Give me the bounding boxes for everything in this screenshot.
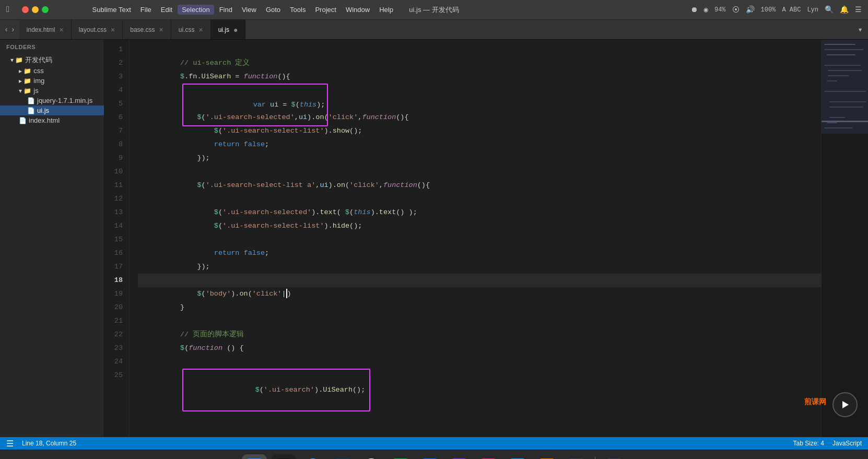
file-icon: 📄 — [19, 117, 27, 124]
dock-finder[interactable]: 🗂 — [242, 454, 267, 459]
tab-close-button[interactable]: × — [111, 26, 115, 34]
dock-trash[interactable]: 🗑 — [602, 454, 627, 459]
file-label: index.html — [29, 116, 60, 124]
dock-app10[interactable]: 🌊 — [505, 454, 530, 459]
tabbar: ‹ › index.html × layout.css × base.css ×… — [0, 20, 868, 40]
code-token: '.ui-search' — [264, 386, 314, 394]
code-line-4 — [138, 84, 821, 97]
menu-project[interactable]: Project — [311, 5, 340, 15]
tab-close-button[interactable]: × — [198, 26, 203, 34]
code-line-21: // 页面的脚本逻辑 — [138, 314, 821, 328]
code-line-24: $('.ui-search').UiSearh(); — [138, 355, 821, 369]
notification-icon: 🔔 — [840, 5, 849, 14]
tab-index-html[interactable]: index.html × — [19, 20, 72, 39]
dock-app6[interactable]: 🟢 — [388, 454, 413, 459]
wifi-icon: ⦿ — [732, 6, 740, 14]
menu-find[interactable]: Find — [215, 5, 237, 15]
line-num: 4 — [104, 84, 123, 97]
dock-chrome[interactable]: 🌐 — [359, 454, 384, 459]
folder-collapsed-icon: ▸ 📁 — [19, 67, 31, 75]
folder-expanded-icon: ▾ 📁 — [10, 56, 23, 64]
play-button[interactable] — [832, 392, 858, 417]
statusbar-right: Tab Size: 4 JavaScript — [793, 440, 862, 447]
statusbar-position[interactable]: Line 18, Column 25 — [22, 440, 76, 447]
sidebar-item-index-html[interactable]: 📄 index.html — [0, 115, 104, 125]
minimize-window-button[interactable] — [32, 6, 39, 13]
tab-label: ui.js — [218, 26, 229, 33]
sidebar-item-css[interactable]: ▸ 📁 css — [0, 66, 104, 76]
dock-app11[interactable]: 🗒 — [534, 454, 559, 459]
menu-edit[interactable]: Edit — [157, 5, 177, 15]
sidebar-item-img[interactable]: ▸ 📁 img — [0, 76, 104, 86]
statusbar-language[interactable]: JavaScript — [832, 440, 862, 447]
code-area[interactable]: 1 2 3 4 5 6 7 8 9 10 11 12 13 14 15 16 1… — [104, 40, 868, 437]
folder-label: img — [33, 77, 44, 85]
search-icon[interactable]: 🔍 — [825, 5, 834, 14]
user-name: Lyn — [807, 6, 818, 14]
tab-close-button[interactable]: × — [159, 26, 163, 34]
file-label: ui.js — [37, 107, 49, 114]
tab-navigation-arrows[interactable]: ‹ › — [0, 20, 19, 39]
code-editor[interactable]: 1 2 3 4 5 6 7 8 9 10 11 12 13 14 15 16 1… — [104, 40, 868, 437]
tab-label: index.html — [27, 26, 55, 33]
tab-ui-css[interactable]: ui.css × — [171, 20, 211, 39]
tab-base-css[interactable]: base.css × — [123, 20, 171, 39]
line-num: 14 — [104, 219, 123, 233]
line-num: 5 — [104, 97, 123, 111]
line-num-active: 18 — [104, 274, 123, 287]
menu-sublime-text[interactable]: Sublime Text — [88, 5, 135, 15]
dock-app8[interactable]: 💼 — [447, 454, 472, 459]
sidebar-item-js[interactable]: ▾ 📁 js — [0, 86, 104, 96]
line-num: 2 — [104, 56, 123, 70]
sidebar-item-ui-js[interactable]: 📄 ui.js — [0, 105, 104, 115]
line-num: 23 — [104, 342, 123, 355]
line-num: 25 — [104, 369, 123, 382]
tab-ui-js[interactable]: ui.js ● — [211, 20, 246, 39]
monitor-icon: ◉ — [704, 5, 708, 14]
close-window-button[interactable] — [22, 6, 29, 13]
menu-window[interactable]: Window — [342, 5, 374, 15]
tab-back-arrow[interactable]: ‹ — [4, 26, 8, 34]
abc-label: A ABC — [782, 6, 801, 14]
record-icon: ⏺ — [690, 6, 698, 14]
menu-selection[interactable]: Selection — [178, 5, 214, 15]
dock-finder2[interactable]: 🔵 — [300, 454, 325, 459]
line-num: 22 — [104, 328, 123, 342]
dock-app9[interactable]: ⬤ — [476, 454, 501, 459]
dock-app7[interactable]: 🔵 — [417, 454, 442, 459]
statusbar-tab-size[interactable]: Tab Size: 4 — [793, 440, 824, 447]
menu-view[interactable]: View — [238, 5, 261, 15]
statusbar-menu-icon[interactable]: ☰ — [6, 439, 14, 449]
tab-dropdown-button[interactable]: ▾ — [852, 20, 868, 39]
dock-launchpad[interactable]: 🚀 — [330, 454, 355, 459]
menu-help[interactable]: Help — [375, 5, 397, 15]
svg-rect-15 — [822, 121, 868, 122]
app-area:  Sublime Text File Edit Selection Find … — [6, 5, 397, 15]
tab-layout-css[interactable]: layout.css × — [72, 20, 123, 39]
line-num: 1 — [104, 43, 123, 56]
code-token: $ — [255, 386, 260, 394]
tab-label: base.css — [130, 26, 155, 33]
line-num: 7 — [104, 124, 123, 138]
code-line-12: $('.ui-search-selected').text( $(this).t… — [138, 192, 821, 206]
tab-dirty-indicator: ● — [233, 26, 238, 34]
folder-label: js — [33, 87, 38, 95]
code-line-23 — [138, 342, 821, 355]
line-numbers: 1 2 3 4 5 6 7 8 9 10 11 12 13 14 15 16 1… — [104, 40, 130, 437]
sidebar-item-jquery[interactable]: 📄 jquery-1.7.1.min.js — [0, 96, 104, 105]
dock-terminal[interactable]: ⬛ — [271, 454, 296, 459]
tab-close-button[interactable]: × — [60, 26, 64, 34]
line-num: 13 — [104, 206, 123, 219]
tab-forward-arrow[interactable]: › — [10, 26, 15, 34]
sidebar-item-kaifadaima[interactable]: ▾ 📁 开发代码 — [0, 54, 104, 66]
code-line-5: $('.ui-search-selected',ui).on('click',f… — [138, 97, 821, 111]
maximize-window-button[interactable] — [42, 6, 49, 13]
code-content[interactable]: // ui-search 定义 $.fn.UiSearh = function(… — [130, 40, 821, 437]
menu-goto[interactable]: Goto — [262, 5, 285, 15]
folder-label: css — [33, 67, 44, 75]
battery-percent: 94% — [714, 6, 726, 14]
menu-tools[interactable]: Tools — [286, 5, 310, 15]
code-line-22: $(function () { — [138, 328, 821, 342]
menu-file[interactable]: File — [136, 5, 156, 15]
dock-app12[interactable]: 🔲 — [564, 454, 589, 459]
